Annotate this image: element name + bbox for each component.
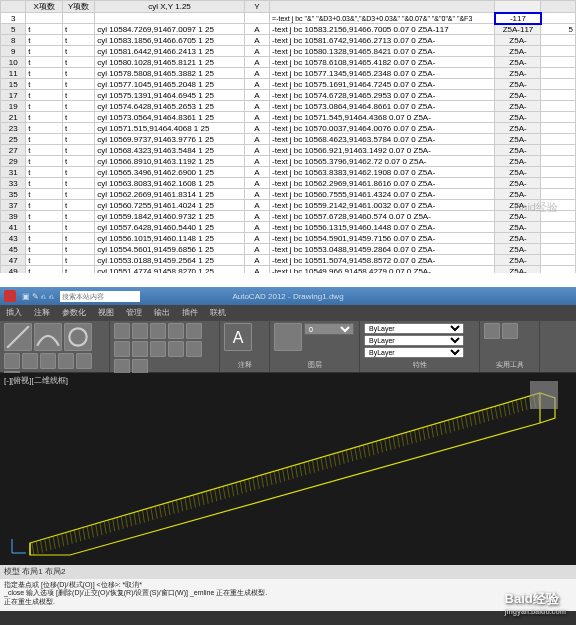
row-num[interactable]: 9 xyxy=(1,46,26,57)
cell[interactable] xyxy=(541,101,576,112)
cell[interactable] xyxy=(541,79,576,90)
table-row[interactable]: 49 t t cyl 10551.4774,91458.8270 1 25 A … xyxy=(1,266,576,274)
cell[interactable]: t xyxy=(26,156,63,167)
cell[interactable]: cyl 10577.1045,91465.2048 1 25 xyxy=(95,79,245,90)
cell[interactable]: -text j bc 10562.2969,91461.8616 0.07 0 … xyxy=(270,178,495,189)
cell-c3[interactable] xyxy=(95,13,245,24)
row-num[interactable]: 21 xyxy=(1,112,26,123)
menu-insert[interactable]: 插入 xyxy=(6,307,22,319)
cad-drawing-area[interactable]: [-][俯视][二维线框] xyxy=(0,373,576,565)
col-e-header[interactable] xyxy=(270,1,495,13)
color-dropdown[interactable]: ByLayer xyxy=(364,323,464,334)
cell[interactable] xyxy=(541,156,576,167)
formula-cell[interactable]: =-text j bc "&" "&D3+0.03&","&D3+0.03&" … xyxy=(270,13,495,24)
ico[interactable] xyxy=(22,353,38,369)
cell[interactable]: A xyxy=(244,200,269,211)
array-icon[interactable] xyxy=(150,341,166,357)
cell[interactable]: Z5A- xyxy=(495,112,541,123)
qat-icons[interactable]: ▣ ✎ ⎌ ⎌ xyxy=(22,292,54,301)
cell[interactable]: t xyxy=(26,211,63,222)
row-num[interactable]: 39 xyxy=(1,211,26,222)
table-row[interactable]: 5 t t cyl 10584.7269,91467.0097 1 25 A -… xyxy=(1,24,576,35)
cell[interactable] xyxy=(541,244,576,255)
cell[interactable]: A xyxy=(244,189,269,200)
row-num[interactable]: 45 xyxy=(1,244,26,255)
row-num[interactable]: 5 xyxy=(1,24,26,35)
fillet-icon[interactable] xyxy=(114,341,130,357)
rotate-icon[interactable] xyxy=(150,323,166,339)
cell[interactable]: t xyxy=(63,79,95,90)
cell-d3[interactable] xyxy=(244,13,269,24)
menu-param[interactable]: 参数化 xyxy=(62,307,86,319)
search-box[interactable] xyxy=(60,291,140,302)
cell[interactable]: -text j bc 10568.4623,91463.5784 0.07 0 … xyxy=(270,134,495,145)
cell[interactable]: t xyxy=(63,134,95,145)
cell[interactable]: Z5A- xyxy=(495,266,541,274)
col-f-header[interactable] xyxy=(495,1,541,13)
cell[interactable]: -text j bc 10553.0488,91459.2864 0.07 0 … xyxy=(270,244,495,255)
table-row[interactable]: 35 t t cyl 10562.2669,91461.8314 1 25 A … xyxy=(1,189,576,200)
cell[interactable]: t xyxy=(63,145,95,156)
row-num[interactable]: 33 xyxy=(1,178,26,189)
cell[interactable]: A xyxy=(244,112,269,123)
table-row[interactable]: 27 t t cyl 10568.4323,91463.5484 1 25 A … xyxy=(1,145,576,156)
line-icon[interactable] xyxy=(4,323,32,351)
model-tabs[interactable]: 模型 布局1 布局2 xyxy=(0,565,576,579)
row-num[interactable]: 8 xyxy=(1,35,26,46)
cell[interactable]: t xyxy=(26,200,63,211)
cell[interactable]: -text j bc 10556.1315,91460.1448 0.07 0 … xyxy=(270,222,495,233)
cell[interactable]: cyl 10559.1842,91460.9732 1 25 xyxy=(95,211,245,222)
cell[interactable]: Z5A- xyxy=(495,167,541,178)
cell[interactable] xyxy=(541,90,576,101)
cell[interactable]: -text j bc 10571.545,91464.4368 0.07 0 Z… xyxy=(270,112,495,123)
table-row[interactable]: 21 t t cyl 10573.0564,91464.8361 1 25 A … xyxy=(1,112,576,123)
ico[interactable] xyxy=(40,353,56,369)
menu-annotate[interactable]: 注释 xyxy=(34,307,50,319)
cell[interactable]: -text j bc 10549.966,91458.4279 0.07 0 Z… xyxy=(270,266,495,274)
ico[interactable] xyxy=(4,353,20,369)
cell[interactable]: cyl 10557.6428,91460.5440 1 25 xyxy=(95,222,245,233)
cell[interactable]: -text j bc 10583.2156,91466.7005 0.07 0 … xyxy=(270,24,495,35)
cell[interactable]: t xyxy=(26,24,63,35)
cell[interactable] xyxy=(541,35,576,46)
cell[interactable]: A xyxy=(244,101,269,112)
cell[interactable]: cyl 10581.6442,91466.2413 1 25 xyxy=(95,46,245,57)
table-row[interactable]: 45 t t cyl 10554.5601,91459.6856 1 25 A … xyxy=(1,244,576,255)
cell[interactable] xyxy=(541,167,576,178)
corner-cell[interactable] xyxy=(1,1,26,13)
trim-icon[interactable] xyxy=(168,323,184,339)
cell[interactable]: A xyxy=(244,233,269,244)
cell[interactable]: t xyxy=(26,244,63,255)
cell[interactable]: Z5A- xyxy=(495,244,541,255)
layer-dropdown[interactable]: 0 xyxy=(304,323,354,335)
cell[interactable]: A xyxy=(244,134,269,145)
cell[interactable]: Z5A- xyxy=(495,57,541,68)
cell[interactable]: t xyxy=(26,145,63,156)
row-num[interactable]: 47 xyxy=(1,255,26,266)
cell[interactable]: t xyxy=(63,255,95,266)
paste-icon[interactable] xyxy=(502,323,518,339)
cell[interactable]: Z5A- xyxy=(495,79,541,90)
cell[interactable]: A xyxy=(244,24,269,35)
cell[interactable]: cyl 10578.5808,91465.3882 1 25 xyxy=(95,68,245,79)
cell[interactable]: A xyxy=(244,156,269,167)
row-num[interactable]: 15 xyxy=(1,79,26,90)
row-num[interactable]: 17 xyxy=(1,90,26,101)
circle-icon[interactable] xyxy=(64,323,92,351)
table-row[interactable]: 25 t t cyl 10569.9737,91463.9776 1 25 A … xyxy=(1,134,576,145)
cell[interactable]: Z5A- xyxy=(495,156,541,167)
cell[interactable]: -text j bc 10557.6728,91460.574 0.07 0 Z… xyxy=(270,211,495,222)
linetype-dropdown[interactable]: ByLayer xyxy=(364,335,464,346)
copy-icon[interactable] xyxy=(132,323,148,339)
table-row[interactable]: 37 t t cyl 10560.7255,91461.4024 1 25 A … xyxy=(1,200,576,211)
cell[interactable]: A xyxy=(244,145,269,156)
cell-g3[interactable] xyxy=(541,13,576,24)
cell[interactable]: t xyxy=(26,266,63,274)
cell[interactable] xyxy=(541,123,576,134)
ico[interactable] xyxy=(58,353,74,369)
row-num[interactable]: 29 xyxy=(1,156,26,167)
cell[interactable]: t xyxy=(26,35,63,46)
cell[interactable]: A xyxy=(244,244,269,255)
cell[interactable]: Z5A- xyxy=(495,222,541,233)
cell[interactable]: A xyxy=(244,255,269,266)
